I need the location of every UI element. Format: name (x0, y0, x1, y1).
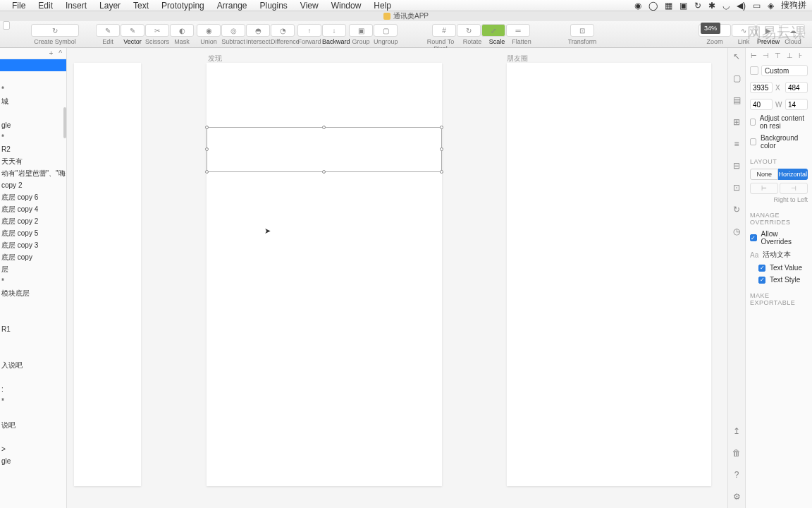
resize-handle-ml[interactable] (205, 147, 209, 151)
menu-help[interactable]: Help (367, 1, 398, 11)
bluetooth-icon[interactable]: ✱ (708, 1, 715, 11)
align-icon[interactable]: ≡ (731, 138, 742, 150)
layer-item[interactable]: 城 (0, 95, 66, 107)
battery-icon[interactable]: ▭ (753, 1, 761, 11)
h-input[interactable] (785, 99, 808, 110)
adjust-content-checkbox[interactable] (750, 119, 756, 126)
layer-item[interactable]: R1 (0, 323, 66, 335)
menu-arrange[interactable]: Arrange (211, 1, 254, 11)
layer-item[interactable]: 底层 copy 3 (0, 239, 66, 251)
layer-item[interactable]: gle (0, 455, 66, 467)
input-source[interactable]: 搜狗拼 (781, 0, 806, 11)
text-style-checkbox[interactable]: ✓ (758, 277, 765, 284)
ungroup-button[interactable]: ▢ (374, 24, 398, 37)
wifi-icon[interactable]: ◡ (722, 1, 730, 11)
menu-insert[interactable]: Insert (59, 1, 93, 11)
resize-handle-bl[interactable] (205, 170, 209, 174)
menu-prototyping[interactable]: Prototyping (155, 1, 211, 11)
link-button[interactable]: ∿ (732, 24, 756, 37)
clock-icon[interactable]: ↻ (694, 1, 701, 11)
backward-button[interactable]: ↓ (322, 24, 346, 37)
resize-handle-tr[interactable] (440, 126, 443, 129)
menu-file[interactable]: File (6, 1, 32, 11)
siri-icon[interactable]: ◈ (768, 1, 774, 11)
create-symbol-button[interactable]: ↻ (31, 24, 79, 37)
difference-button[interactable]: ◔ (271, 24, 295, 37)
add-page-icon[interactable]: + (49, 49, 53, 57)
layers-scrollbar[interactable] (63, 107, 66, 138)
align-left-icon[interactable]: ⊢ (750, 52, 758, 59)
subtract-button[interactable]: ◎ (221, 24, 245, 37)
menu-plugins[interactable]: Plugins (254, 1, 294, 11)
mask-button[interactable]: ◐ (170, 24, 194, 37)
layer-item[interactable]: 动有"岩壁芭蕾"、"嗨… (0, 167, 66, 179)
w-input[interactable] (750, 99, 773, 110)
layer-item[interactable] (0, 71, 66, 83)
grid-icon[interactable]: ⊞ (731, 116, 742, 128)
layer-item[interactable]: 入说吧 (0, 359, 66, 371)
layer-item[interactable]: * (0, 275, 66, 287)
resize-handle-bm[interactable] (322, 170, 326, 174)
layer-item[interactable]: 底层 copy 5 (0, 227, 66, 239)
rotate-button[interactable]: ↻ (457, 24, 481, 37)
artboard-label-1[interactable]: 发现 (208, 54, 222, 64)
segment-icon[interactable]: ⊡ (731, 182, 742, 193)
layout-align-start[interactable]: ⊢ (750, 183, 778, 194)
forward-button[interactable]: ↑ (297, 24, 321, 37)
group-button[interactable]: ▣ (349, 24, 373, 37)
layer-item[interactable]: 模块底层 (0, 287, 66, 299)
x-input[interactable] (750, 82, 773, 93)
text-value-checkbox[interactable]: ✓ (758, 265, 765, 272)
canvas[interactable]: 发现 朋友圈 ➤ (67, 48, 727, 508)
preview-button[interactable]: ▶ (756, 24, 780, 37)
symbol-select[interactable]: Custom (761, 65, 808, 76)
scissors-button[interactable]: ✂ (145, 24, 169, 37)
volume-icon[interactable]: ◀) (737, 1, 746, 11)
cloud-button[interactable]: ☁ (781, 24, 805, 37)
align-vcenter-icon[interactable]: ⊦ (798, 52, 803, 59)
union-button[interactable]: ◉ (197, 24, 221, 37)
cal-icon[interactable]: ▦ (665, 1, 672, 11)
selection-bounds[interactable] (207, 127, 442, 172)
align-hcenter-icon[interactable]: ⊣ (762, 52, 770, 59)
resize-handle-br[interactable] (440, 170, 443, 174)
artboard-icon[interactable]: ▢ (731, 73, 742, 84)
layer-item[interactable]: copy 2 (0, 179, 66, 191)
allow-overrides-checkbox[interactable]: ✓ (750, 234, 757, 241)
round-to-pixel-button[interactable]: # (432, 24, 456, 37)
layer-item[interactable]: R2 (0, 143, 66, 155)
refresh-icon[interactable]: ↻ (731, 204, 742, 215)
resize-handle-tl[interactable] (205, 126, 209, 129)
box-icon[interactable]: ▣ (679, 1, 687, 11)
history-icon[interactable]: ◷ (731, 226, 742, 237)
layer-item[interactable]: 底层 copy 2 (0, 215, 66, 227)
layers-icon[interactable]: ▤ (731, 95, 742, 106)
flatten-button[interactable]: ═ (506, 24, 530, 37)
layer-item[interactable]: * (0, 395, 66, 407)
layout-horizontal-tab[interactable]: Horizontal (778, 169, 808, 180)
transform-button[interactable]: ⊡ (570, 24, 594, 37)
layer-item[interactable]: 层 (0, 263, 66, 275)
menu-view[interactable]: View (294, 1, 325, 11)
scale-button[interactable]: ⤢ (481, 24, 505, 37)
layout-none-tab[interactable]: None (750, 169, 778, 180)
export-icon[interactable]: ↥ (731, 425, 742, 437)
menu-edit[interactable]: Edit (32, 1, 59, 11)
artboard-moments[interactable] (507, 63, 711, 486)
y-input[interactable] (785, 82, 808, 93)
layout-align-center[interactable]: ⊣ (780, 183, 808, 194)
artboard-edge[interactable] (74, 63, 141, 486)
collapse-icon[interactable]: ^ (59, 49, 62, 57)
intersect-button[interactable]: ◓ (246, 24, 270, 37)
trash-icon[interactable]: 🗑 (731, 447, 742, 459)
resize-handle-tm[interactable] (322, 126, 326, 129)
menu-text[interactable]: Text (127, 1, 155, 11)
insert-dropdown[interactable] (3, 21, 10, 30)
record-icon[interactable]: ◉ (634, 1, 641, 11)
menu-layer[interactable]: Layer (93, 1, 127, 11)
vector-button[interactable]: ✎ (121, 24, 144, 37)
bg-color-checkbox[interactable] (750, 138, 756, 145)
circle-icon[interactable]: ◯ (648, 1, 658, 11)
layer-item[interactable]: : (0, 383, 66, 395)
resize-handle-mr[interactable] (440, 147, 443, 151)
